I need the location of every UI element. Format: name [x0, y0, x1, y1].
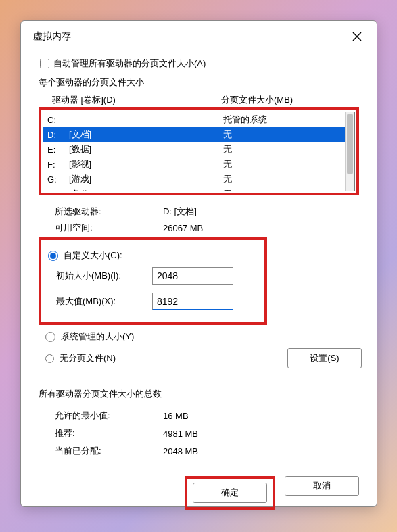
drive-letter: D:: [47, 130, 69, 140]
dialog-content: 自动管理所有驱动器的分页文件大小(A) 每个驱动器的分页文件大小 驱动器 [卷标…: [21, 48, 377, 522]
no-paging-radio[interactable]: [45, 354, 54, 363]
currently-allocated-label: 当前已分配:: [55, 445, 163, 457]
max-size-input[interactable]: [152, 293, 233, 310]
drive-row[interactable]: C:托管的系统: [43, 112, 354, 127]
column-size: 分页文件大小(MB): [221, 94, 346, 106]
no-paging-label: 无分页文件(N): [60, 352, 116, 364]
drive-letter: C:: [47, 115, 69, 125]
close-icon: [352, 32, 362, 41]
system-managed-label: 系统管理的大小(Y): [61, 331, 134, 343]
dialog-button-bar: 确定 取消: [36, 476, 362, 510]
drive-pagefile-size: 无: [223, 173, 350, 185]
drive-row[interactable]: H:[备份]无: [43, 187, 354, 191]
drive-row[interactable]: D:[文档]无: [43, 127, 354, 142]
drive-label: [文档]: [69, 128, 223, 141]
drive-row[interactable]: F:[影视]无: [43, 157, 354, 172]
per-drive-group-label: 每个驱动器的分页文件大小: [36, 76, 362, 89]
min-allowed-label: 允许的最小值:: [55, 410, 163, 422]
column-drive: 驱动器 [卷标](D): [52, 94, 221, 106]
drive-pagefile-size: 无: [223, 143, 350, 155]
drive-row[interactable]: G:[游戏]无: [43, 172, 354, 187]
custom-size-label: 自定义大小(C):: [64, 249, 122, 262]
cancel-button[interactable]: 取消: [285, 476, 359, 496]
drive-letter: G:: [47, 174, 69, 185]
auto-manage-checkbox[interactable]: [40, 59, 49, 68]
totals-info: 允许的最小值: 16 MB 推荐: 4981 MB 当前已分配: 2048 MB: [55, 407, 362, 460]
initial-size-input[interactable]: [152, 267, 233, 285]
drive-pagefile-size: 无: [223, 188, 350, 191]
system-managed-radio-row[interactable]: 系统管理的大小(Y): [45, 331, 362, 343]
auto-manage-checkbox-row[interactable]: 自动管理所有驱动器的分页文件大小(A): [40, 57, 362, 70]
drive-letter: E:: [47, 145, 69, 155]
drive-label: [备份]: [69, 188, 223, 191]
virtual-memory-dialog: 虚拟内存 自动管理所有驱动器的分页文件大小(A) 每个驱动器的分页文件大小 驱动…: [20, 20, 377, 507]
custom-size-radio[interactable]: [48, 251, 58, 261]
min-allowed-value: 16 MB: [163, 411, 362, 421]
close-button[interactable]: [347, 26, 367, 47]
drive-letter: F:: [47, 160, 69, 170]
custom-size-highlight: 自定义大小(C): 初始大小(MB)(I): 最大值(MB)(X):: [39, 237, 267, 325]
size-options-group: 自定义大小(C): 初始大小(MB)(I): 最大值(MB)(X): 系统管理的…: [36, 236, 362, 371]
selected-drive-label: 所选驱动器:: [55, 205, 163, 218]
drive-label: [游戏]: [69, 173, 223, 185]
titlebar: 虚拟内存: [21, 21, 377, 48]
drive-pagefile-size: 无: [223, 128, 350, 141]
drive-list[interactable]: C:托管的系统D:[文档]无E:[数据]无F:[影视]无G:[游戏]无H:[备份…: [43, 112, 355, 191]
selected-drive-info: 所选驱动器: D: [文档] 可用空间: 26067 MB: [55, 203, 362, 236]
dialog-title: 虚拟内存: [33, 30, 71, 43]
recommended-value: 4981 MB: [163, 429, 362, 439]
drive-list-highlight: C:托管的系统D:[文档]无E:[数据]无F:[影视]无G:[游戏]无H:[备份…: [39, 107, 359, 195]
drive-pagefile-size: 无: [223, 158, 350, 170]
recommended-label: 推荐:: [55, 427, 163, 439]
selected-drive-value: D: [文档]: [163, 205, 362, 218]
custom-size-radio-row[interactable]: 自定义大小(C):: [48, 249, 259, 262]
scrollbar-thumb[interactable]: [347, 114, 353, 174]
no-paging-radio-row[interactable]: 无分页文件(N): [45, 352, 287, 364]
drive-letter: H:: [47, 189, 69, 192]
drive-label: [影视]: [69, 158, 223, 170]
set-button[interactable]: 设置(S): [287, 348, 362, 368]
currently-allocated-value: 2048 MB: [163, 446, 362, 456]
max-size-label: 最大值(MB)(X):: [56, 295, 152, 308]
totals-group-label: 所有驱动器分页文件大小的总数: [39, 388, 362, 400]
divider: [36, 381, 362, 381]
drive-list-columns: 驱动器 [卷标](D) 分页文件大小(MB): [36, 91, 362, 107]
drive-row[interactable]: E:[数据]无: [43, 142, 354, 157]
initial-size-label: 初始大小(MB)(I):: [56, 270, 152, 282]
system-managed-radio[interactable]: [45, 332, 55, 342]
free-space-label: 可用空间:: [55, 222, 163, 234]
scrollbar[interactable]: [345, 112, 354, 191]
free-space-value: 26067 MB: [163, 223, 362, 233]
ok-button[interactable]: 确定: [193, 483, 267, 503]
auto-manage-label: 自动管理所有驱动器的分页文件大小(A): [53, 57, 206, 70]
ok-button-highlight: 确定: [185, 476, 275, 510]
drive-label: [数据]: [69, 143, 223, 155]
drive-pagefile-size: 托管的系统: [223, 114, 350, 126]
